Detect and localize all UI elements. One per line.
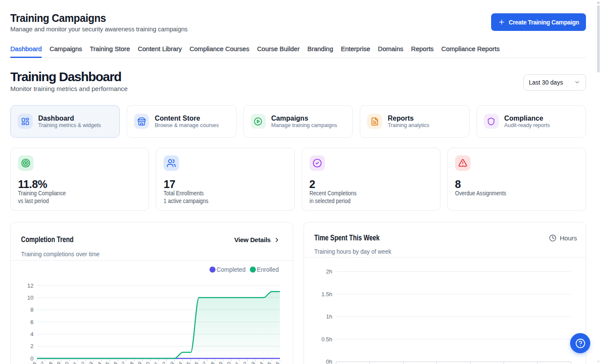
svg-text:2h: 2h [326, 268, 332, 275]
svg-text:2: 2 [30, 343, 33, 349]
svg-text:12: 12 [27, 282, 33, 288]
svg-text:6: 6 [30, 318, 33, 325]
svg-text:10: 10 [27, 294, 33, 300]
svg-text:1h: 1h [326, 313, 332, 320]
svg-text:4: 4 [30, 331, 33, 337]
svg-text:0.5h: 0.5h [321, 336, 332, 343]
svg-text:1.5h: 1.5h [321, 291, 332, 297]
svg-text:8: 8 [30, 306, 33, 313]
svg-text:0h: 0h [326, 358, 332, 364]
